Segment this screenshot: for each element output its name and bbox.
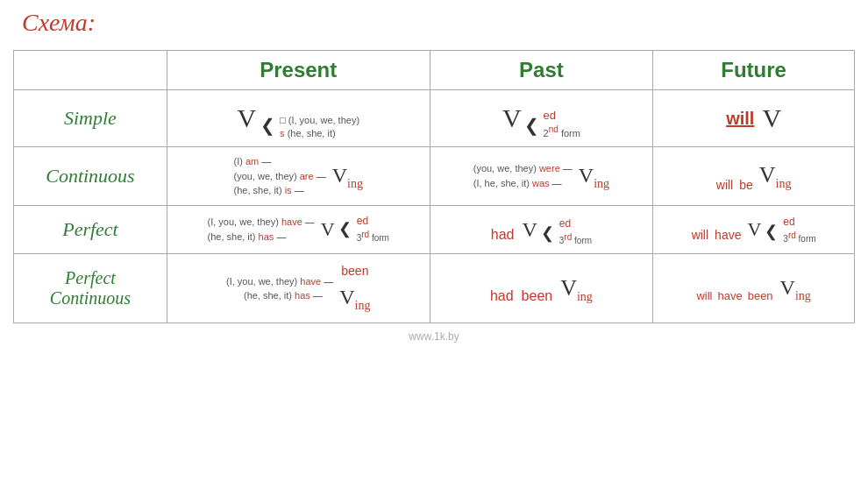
cell-future-continuous: will be Ving [653, 147, 855, 206]
cell-future-simple: will V [653, 90, 855, 147]
cell-present-simple: V ❮ □ (I, you, we, they) s (he, she, it) [167, 90, 430, 147]
watermark: www.1k.by [13, 330, 855, 343]
header-future: Future [653, 51, 855, 90]
tense-table: Present Past Future Simple V ❮ □ (I, you… [13, 50, 855, 323]
label-simple: Simple [14, 90, 167, 147]
row-continuous: Continuous (I) am — (you, we, they) are … [14, 147, 855, 206]
cell-past-continuous: (you, we, they) were — (I, he, she, it) … [430, 147, 653, 206]
cell-present-perfect-continuous: (I, you, we, they) have — (he, she, it) … [167, 253, 430, 323]
row-simple: Simple V ❮ □ (I, you, we, they) s (he, s… [14, 90, 855, 147]
row-perfect: Perfect (I, you, we, they) have — (he, s… [14, 205, 855, 253]
header-present: Present [167, 51, 430, 90]
row-perfect-continuous: PerfectContinuous (I, you, we, they) hav… [14, 253, 855, 323]
label-continuous: Continuous [14, 147, 167, 206]
label-perfect-continuous: PerfectContinuous [14, 253, 167, 323]
cell-future-perfect-continuous: will have been Ving [653, 253, 855, 323]
cell-present-perfect: (I, you, we, they) have — (he, she, it) … [167, 205, 430, 253]
cell-past-perfect: had V ❮ ed 3rd form [430, 205, 653, 253]
header-past: Past [430, 51, 653, 90]
page-title: Схема: [22, 9, 855, 37]
cell-future-perfect: will have V ❮ ed 3rd form [653, 205, 855, 253]
cell-present-continuous: (I) am — (you, we, they) are — (he, she,… [167, 147, 430, 206]
label-perfect: Perfect [14, 205, 167, 253]
cell-past-perfect-continuous: had been Ving [430, 253, 653, 323]
cell-past-simple: V ❮ ed 2nd form [430, 90, 653, 147]
